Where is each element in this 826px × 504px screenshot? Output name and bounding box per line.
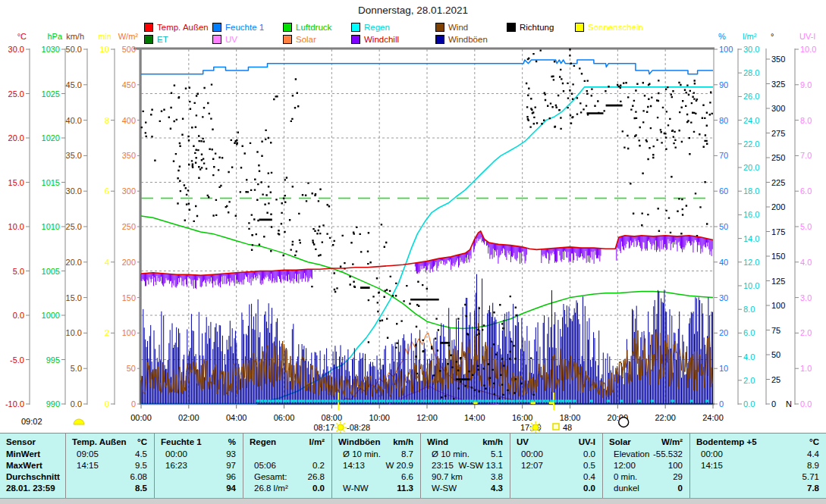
axis-tick-label: -5.0 [10,355,24,365]
axis-tick-label: 100 [122,328,136,337]
cell-value: 8.7 [401,449,413,460]
axis-tick-label: 10.0 [743,281,759,290]
axis-tick-label: 5.0 [13,267,24,276]
column-name: Regen [250,436,276,449]
axis-tick-label: 7.0 [800,151,812,160]
table-cell-row: 05:060.2 [243,460,331,471]
table-cell-row: 23:15W-SW 13.1 [421,460,510,471]
column-name: Temp. Außen [72,436,127,449]
axis-tick-label: 25.0 [66,222,82,231]
axis-tick-label: 30.0 [8,45,24,54]
cell-label [517,483,521,494]
axis-tick-label: 20.0 [8,133,24,142]
axis-unit-label: min [98,32,111,41]
cell-value: 8.5 [135,483,147,494]
axis-tick-label: 15.0 [8,178,24,187]
axis-hPa [61,49,65,405]
row-label-text: Durchschnitt [6,471,60,483]
legend-item-luftdruck: Luftdruck [283,22,331,32]
cell-value: 9.5 [135,460,147,471]
column-name: UV [517,436,529,449]
legend-label: Solar [296,35,316,44]
axis-tick-label: 0.0 [71,399,82,409]
axis-unit-label: °C [17,32,27,41]
x-tick-label: 10:00 [369,413,390,422]
table-cell-row: 8.5 [66,483,154,494]
x-tick-label: 08:00 [322,413,343,422]
axis-unit-label: hPa [47,32,62,41]
axis-tick-label: 4 [105,258,109,267]
x-tick-label: 14:00 [464,413,485,422]
axis-kmh [83,49,87,405]
column-header: Windkm/h [421,436,510,449]
sunset-sun-icon [529,421,542,434]
table-row-label: Durchschnitt [0,471,65,483]
table-row-label: Sensor [0,436,65,449]
cell-value: W-SW 13.1 [458,460,503,471]
axis-tick-label: 150 [122,293,136,302]
axis-tick-label: 0.0 [13,311,24,320]
legend-label: Luftdruck [296,23,331,32]
axis-tick-label: 14.0 [743,234,759,243]
table-cell-row: Ø 10 min.5.1 [421,449,510,460]
table-cell-row: 00:000.0 [510,449,602,460]
axis-tick-label: 0.0 [800,399,812,409]
table-cell-row: 5.71 [690,471,826,483]
cell-label: 90.7 km [427,471,463,483]
sunshine-minutes-text: 48 [563,423,572,432]
cell-value: W 20.9 [386,460,413,471]
table-column-solar: SolarW/m²Elevation-55.53212:001000 min.2… [603,434,690,499]
cell-label: 23:15 [427,460,454,471]
column-header: Regenl/m² [243,436,331,449]
axis-tick-label: 2.0 [800,328,812,337]
axis-tick-label: 8 [105,116,109,125]
cell-value: 100 [668,460,683,471]
axis-tick-label: 40.0 [66,116,82,125]
table-cell-row: 94 [155,483,243,494]
x-tick-label: 00:00 [130,413,152,422]
column-unit: °C [137,436,147,449]
cell-value: 0.5 [583,460,595,471]
cell-label: 00:00 [696,449,723,460]
cell-label [161,471,165,483]
table-cell-row: 00:0093 [155,449,243,460]
table-cell-row [243,449,331,460]
x-tick-label: 18:00 [560,413,581,422]
axis-tick-label: 25.0 [8,89,24,99]
table-column-regen: Regenl/m²05:060.2Gesamt:26.826.8 l/m²0.0 [243,434,332,499]
axis-unit-label: W/m² [118,32,139,41]
axis-tick-label: 90 [719,80,728,89]
x-tick-label: 24:00 [702,413,724,422]
axis-tick-label: 350 [771,55,785,64]
table-cell-row: W-NW11.3 [332,483,420,494]
legend-item-et: ET [144,34,168,44]
axis-tick-label: 50 [127,364,136,373]
table-cell-row: 6.6 [332,471,420,483]
column-header: Windböenkm/h [332,436,420,449]
axis-tick-label: 16.0 [743,210,759,219]
legend-label: Temp. Außen [157,23,209,32]
axis- [714,49,718,405]
cell-label: Ø 10 min. [338,449,381,460]
axis-tick-label: 8.0 [743,305,755,314]
legend-swatch [283,23,292,32]
table-cell-row: 90.7 km3.8 [421,471,510,483]
axis-tick-label: 450 [122,80,136,89]
axis-tick-label: 10 [719,364,728,373]
axis-tick-label: 150 [771,252,785,261]
cell-label [696,471,701,483]
legend-item-wind: Wind [435,22,468,32]
window-bottom-strip [0,498,826,504]
day-length-text: 09:02 [21,417,42,426]
legend-item-regen: Regen [351,22,390,32]
axis-tick-label: 1010 [42,222,60,231]
axis-tick-label: 5.0 [800,222,812,231]
cell-value: 0.0 [312,483,325,494]
axis-tick-label: 75 [771,326,780,335]
cell-label: 14:15 [72,460,99,471]
cell-value: -55.532 [653,449,683,460]
axis-tick-label: 10 [100,45,109,54]
x-tick-label: 16:00 [512,413,533,422]
axis-tick-label: 500 [122,45,136,54]
table-cell-row: 26.8 l/m²0.0 [243,483,331,494]
